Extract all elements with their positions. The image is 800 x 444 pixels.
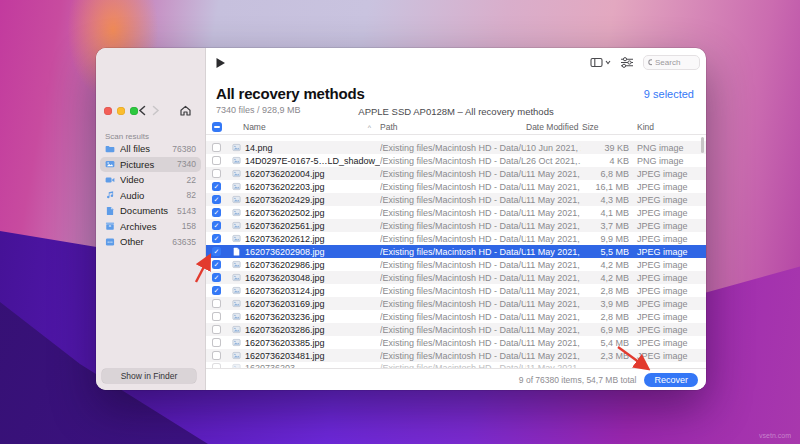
column-header-size[interactable]: Size [581,122,631,132]
file-name: 1620736203236.jpg [245,312,325,322]
column-header-date[interactable]: Date Modified [526,122,581,132]
sidebar-item-count: 158 [182,221,196,231]
sidebar-item[interactable]: Documents 5143 [100,203,201,219]
file-size: 3,9 MB [581,299,631,309]
sidebar-item[interactable]: Audio 82 [100,188,201,204]
file-name: 1620736203286.jpg [245,325,325,335]
file-date: 26 Oct 2021,… [526,156,581,166]
sidebar-item[interactable]: All files 76380 [100,141,201,157]
row-checkbox[interactable] [212,299,221,308]
page-subtitle: 7340 files / 928,9 MB [216,105,694,115]
file-kind: JPEG image [631,351,706,361]
file-date: 11 May 2021, … [526,338,581,348]
sidebar-item-icon [105,144,115,154]
row-checkbox[interactable] [212,234,221,243]
row-checkbox[interactable] [212,351,221,360]
file-date: 11 May 2021, … [526,299,581,309]
file-size: 4,1 MB [581,208,631,218]
table-row[interactable]: 1620736202612.jpg /Existing files/Macint… [206,232,706,245]
file-type-icon [232,351,241,360]
file-size: 4,3 MB [581,195,631,205]
select-all-checkbox[interactable] [212,122,222,132]
row-checkbox[interactable] [212,169,221,178]
sidebar-items: All files 76380 Pictures 7340 Video 22 A… [100,141,201,250]
table-row[interactable]: 1620736202429.jpg /Existing files/Macint… [206,193,706,206]
row-checkbox[interactable] [212,325,221,334]
column-header-name[interactable]: Name ^ [230,122,380,132]
column-header-kind[interactable]: Kind [631,122,706,132]
file-name: 1620736202612.jpg [245,234,325,244]
table-row[interactable]: 1620736203048.jpg /Existing files/Macint… [206,271,706,284]
forward-icon[interactable] [151,105,160,116]
file-name: 1620736202502.jpg [245,208,325,218]
table-row[interactable]: 1620736203286.jpg /Existing files/Macint… [206,323,706,336]
file-path: /Existing files/Macintosh HD - Data/Use… [380,143,526,153]
row-checkbox[interactable] [212,221,221,230]
search-icon [648,59,652,67]
file-type-icon [232,156,241,165]
table-row[interactable]: 1620736202908.jpg /Existing files/Macint… [206,245,706,258]
row-checkbox[interactable] [212,312,221,321]
table-row[interactable]: 1620736203481.jpg /Existing files/Macint… [206,349,706,362]
recover-button[interactable]: Recover [644,373,698,387]
table-row[interactable]: 1620736203236.jpg /Existing files/Macint… [206,310,706,323]
sidebar-item[interactable]: Other 63635 [100,234,201,250]
file-name: 1620736203385.jpg [245,338,325,348]
close-window-button[interactable] [104,107,112,115]
table-row[interactable]: 1620736203124.jpg /Existing files/Macint… [206,284,706,297]
file-name: 1620736202004.jpg [245,169,325,179]
file-kind: JPEG image [631,234,706,244]
content-header: All recovery methods 7340 files / 928,9 … [206,78,706,120]
table-row[interactable]: 1620736202502.jpg /Existing files/Macint… [206,206,706,219]
play-icon[interactable] [215,57,226,69]
show-in-finder-button[interactable]: Show in Finder [102,369,196,383]
table-row[interactable]: 1620736203385.jpg /Existing files/Macint… [206,336,706,349]
file-date: 11 May 2021, … [526,195,581,205]
sidebar-item-count: 76380 [172,144,196,154]
table-row[interactable]: 14D0297E-0167-5…LD_shadow_220.png /Exist… [206,154,706,167]
file-path: /Existing files/Macintosh HD - Data/Use… [380,195,526,205]
row-checkbox[interactable] [212,260,221,269]
file-kind: JPEG image [631,312,706,322]
sidebar-item[interactable]: Video 22 [100,172,201,188]
column-header-path[interactable]: Path [380,122,526,132]
view-options-button[interactable] [590,57,611,68]
row-checkbox[interactable] [212,182,221,191]
table-row[interactable]: 1620736202004.jpg /Existing files/Macint… [206,167,706,180]
file-type-icon [232,286,241,295]
table-row[interactable]: 1620736203169.jpg /Existing files/Macint… [206,297,706,310]
sidebar-item[interactable]: Archives 158 [100,219,201,235]
file-type-icon [232,325,241,334]
fullscreen-window-button[interactable] [130,107,138,115]
file-path: /Existing files/Macintosh HD - Data/Use… [380,286,526,296]
search-field[interactable] [643,55,700,70]
minimize-window-button[interactable] [117,107,125,115]
filter-sliders-icon[interactable] [620,57,634,68]
sidebar-item-label: Pictures [120,159,172,170]
scrollbar-thumb[interactable] [701,137,704,153]
sidebar-item-icon [105,175,115,185]
row-checkbox[interactable] [212,273,221,282]
sidebar-item[interactable]: Pictures 7340 [100,157,201,173]
home-icon[interactable] [179,104,192,117]
row-checkbox[interactable] [212,247,221,256]
row-checkbox[interactable] [212,286,221,295]
search-input[interactable] [655,58,695,67]
row-checkbox[interactable] [212,156,221,165]
file-kind: PNG image [631,156,706,166]
watermark: vsetn.com [759,432,791,439]
file-type-icon [232,208,241,217]
row-checkbox[interactable] [212,338,221,347]
file-size: 4,2 MB [581,273,631,283]
page-title: All recovery methods [216,85,694,102]
row-checkbox[interactable] [212,195,221,204]
back-icon[interactable] [138,105,147,116]
file-kind: JPEG image [631,286,706,296]
row-checkbox[interactable] [212,208,221,217]
app-window: Scan results All files 76380 Pictures 73… [96,48,706,390]
table-row[interactable]: 1620736202203.jpg /Existing files/Macint… [206,180,706,193]
table-row[interactable]: 14.png /Existing files/Macintosh HD - Da… [206,141,706,154]
row-checkbox[interactable] [212,143,221,152]
table-row[interactable]: 1620736202561.jpg /Existing files/Macint… [206,219,706,232]
table-row[interactable]: 1620736202986.jpg /Existing files/Macint… [206,258,706,271]
